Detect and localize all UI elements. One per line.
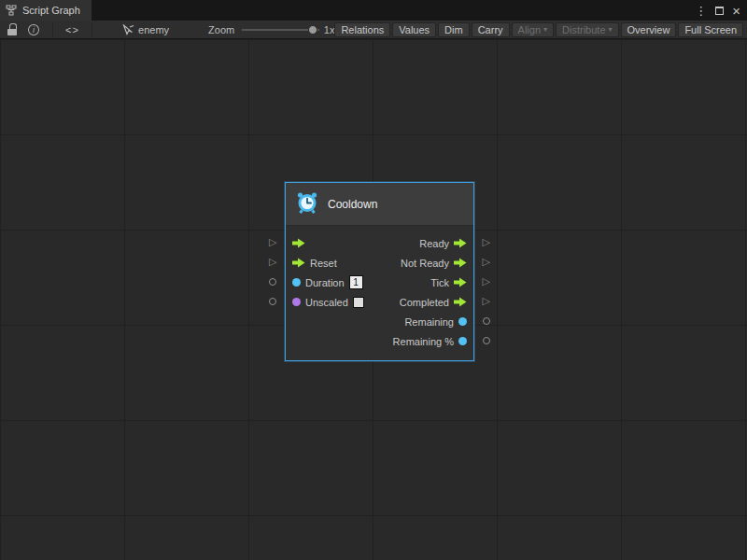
port-label-ready: Ready xyxy=(419,238,449,249)
carry-button[interactable]: Carry xyxy=(472,22,510,37)
outer-value-port[interactable] xyxy=(483,337,490,344)
toolbar-buttons: Relations Values Dim Carry Align ▾ Distr… xyxy=(334,22,743,37)
graph-name-group: enemy xyxy=(122,24,169,35)
port-row: Reset Not Ready xyxy=(286,253,473,273)
zoom-slider-knob[interactable] xyxy=(308,25,317,35)
outer-flow-port[interactable]: ▷ xyxy=(483,296,490,306)
script-graph-icon xyxy=(6,5,17,16)
node-body: Ready Reset Not Ready xyxy=(286,226,473,360)
port-row: Remaining xyxy=(286,312,473,331)
outer-flow-port[interactable]: ▷ xyxy=(269,257,276,267)
port-label-duration: Duration xyxy=(305,277,345,288)
close-icon[interactable]: × xyxy=(732,4,740,18)
outer-flow-port[interactable]: ▷ xyxy=(483,257,490,267)
titlebar-controls: ⋮ × xyxy=(695,4,747,18)
port-label-completed: Completed xyxy=(400,297,449,308)
clock-icon xyxy=(295,190,319,218)
chevron-down-icon: ▾ xyxy=(609,26,613,34)
port-row: Ready xyxy=(286,233,473,253)
value-input-duration-icon[interactable] xyxy=(292,278,301,287)
flow-output-not-ready-icon[interactable] xyxy=(454,258,467,268)
port-label-unscaled: Unscaled xyxy=(305,297,348,308)
full-screen-button[interactable]: Full Screen xyxy=(678,22,743,37)
code-icon[interactable]: <> xyxy=(52,22,92,37)
port-row: Duration 1 Tick xyxy=(286,273,473,292)
distribute-button: Distribute ▾ xyxy=(556,22,618,37)
flow-input-reset-icon[interactable] xyxy=(292,258,305,268)
outer-flow-port[interactable]: ▷ xyxy=(483,237,490,247)
tab-script-graph[interactable]: Script Graph xyxy=(0,0,92,21)
port-label-tick: Tick xyxy=(430,277,449,288)
relations-button[interactable]: Relations xyxy=(334,22,390,37)
flow-output-tick-icon[interactable] xyxy=(454,277,467,287)
outer-value-port[interactable] xyxy=(483,317,490,325)
align-button: Align ▾ xyxy=(512,22,554,37)
graph-canvas[interactable]: Cooldown Ready xyxy=(0,39,747,560)
graph-toolbar: i <> enemy Zoom 1x Relations Values Dim … xyxy=(0,21,747,39)
zoom-slider[interactable] xyxy=(242,23,319,36)
zoom-value: 1x xyxy=(324,24,335,35)
cooldown-node[interactable]: Cooldown Ready xyxy=(285,182,474,361)
port-label-remaining: Remaining xyxy=(404,316,454,328)
outer-value-port[interactable] xyxy=(269,278,276,286)
outer-flow-port[interactable]: ▷ xyxy=(269,237,276,247)
port-row: Unscaled Completed xyxy=(286,292,473,312)
zoom-label: Zoom xyxy=(208,24,234,35)
graph-name-label: enemy xyxy=(138,24,169,35)
more-options-icon[interactable]: ⋮ xyxy=(695,5,707,17)
flow-input-enter-icon[interactable] xyxy=(292,238,305,248)
node-header[interactable]: Cooldown xyxy=(286,183,473,226)
outer-flow-port[interactable]: ▷ xyxy=(483,276,490,287)
flow-output-completed-icon[interactable] xyxy=(454,297,467,307)
port-label-remaining-pct: Remaining % xyxy=(393,336,454,347)
chevron-down-icon: ▾ xyxy=(543,26,547,34)
duration-value-field[interactable]: 1 xyxy=(349,275,363,289)
port-label-reset: Reset xyxy=(310,258,337,269)
script-graph-window: Script Graph ⋮ × i <> enemy Zoom 1x xyxy=(0,0,747,560)
port-row: Remaining % xyxy=(286,331,473,351)
lock-icon[interactable] xyxy=(7,23,16,35)
maximize-icon[interactable] xyxy=(715,7,724,15)
title-bar: Script Graph ⋮ × xyxy=(0,0,747,21)
unscaled-checkbox[interactable] xyxy=(353,297,364,308)
cursor-icon xyxy=(122,24,134,35)
value-output-remaining-icon[interactable] xyxy=(458,317,467,326)
port-label-not-ready: Not Ready xyxy=(401,258,449,269)
value-input-unscaled-icon[interactable] xyxy=(292,298,301,306)
outer-value-port[interactable] xyxy=(269,298,276,305)
node-title: Cooldown xyxy=(328,198,377,211)
values-button[interactable]: Values xyxy=(392,22,436,37)
info-icon[interactable]: i xyxy=(28,24,38,35)
value-output-remaining-pct-icon[interactable] xyxy=(458,337,467,345)
tab-label: Script Graph xyxy=(22,5,80,16)
flow-output-ready-icon[interactable] xyxy=(454,238,467,248)
dim-button[interactable]: Dim xyxy=(438,22,470,37)
overview-button[interactable]: Overview xyxy=(621,22,677,37)
